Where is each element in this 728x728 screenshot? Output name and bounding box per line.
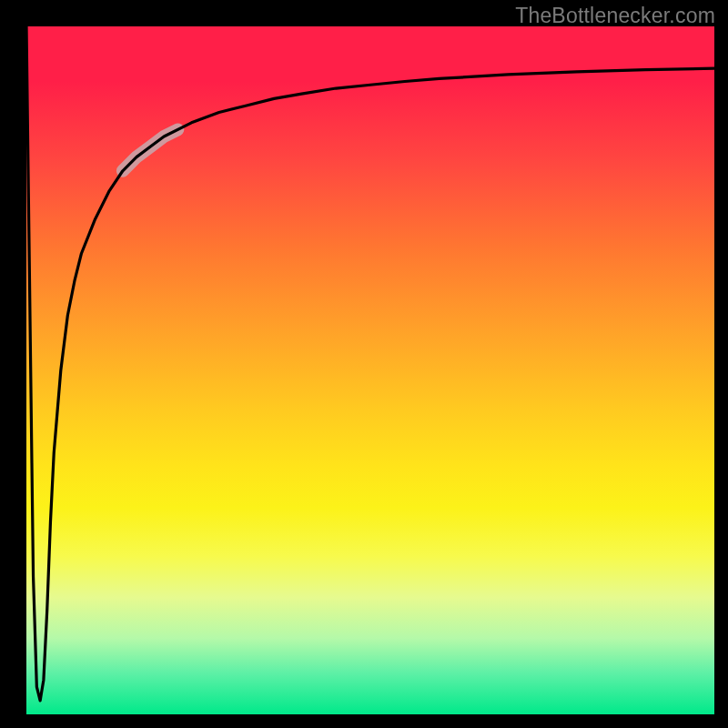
highlight-segment [123,129,177,170]
curve-layer [26,26,714,714]
watermark-text: TheBottleneсker.com [515,4,715,28]
chart-frame: TheBottleneсker.com [0,0,728,728]
bottleneck-curve [26,26,714,701]
plot-area [26,26,714,714]
